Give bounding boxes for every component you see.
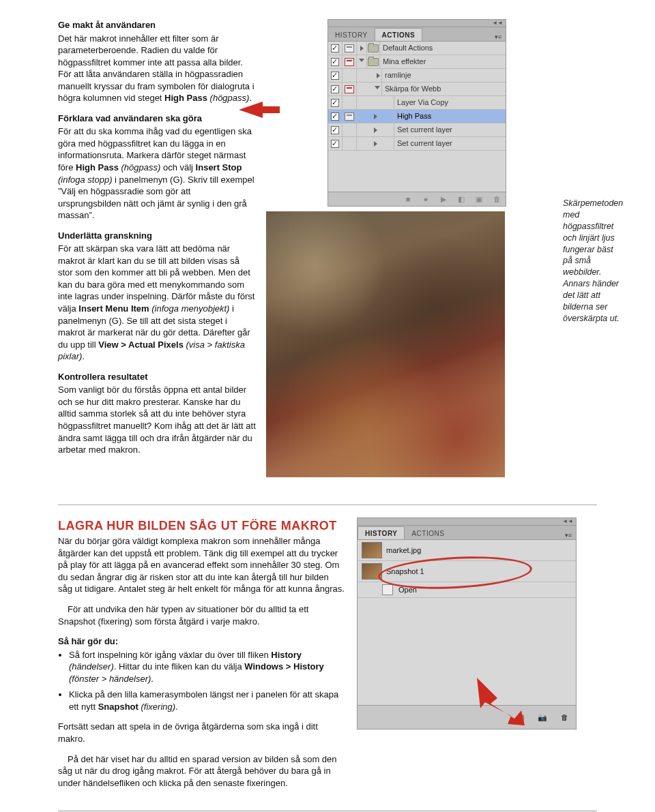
action-label: Skärpa för Webb bbox=[382, 84, 506, 94]
action-label: High Pass bbox=[394, 111, 506, 121]
disclosure-icon[interactable] bbox=[377, 73, 380, 78]
new-action-icon[interactable]: ▣ bbox=[474, 194, 484, 204]
toggle-check-icon[interactable] bbox=[331, 58, 339, 66]
heading-forklara: Förklara vad användaren ska göra bbox=[58, 112, 256, 125]
thumbnail-icon bbox=[362, 542, 382, 558]
disclosure-icon[interactable] bbox=[374, 127, 377, 133]
toggle-check-icon[interactable] bbox=[331, 140, 339, 148]
toggle-check-icon[interactable] bbox=[331, 44, 339, 52]
history-source[interactable]: market.jpg bbox=[358, 540, 576, 561]
panel-collapse-icon[interactable]: ◄◄ bbox=[328, 20, 506, 27]
heading-kontrollera: Kontrollera resultatet bbox=[58, 371, 256, 383]
disclosure-icon[interactable] bbox=[374, 141, 377, 147]
history-footer: ▣ 📷 🗑 bbox=[358, 705, 576, 729]
heading-underlatta: Underlätta granskning bbox=[58, 230, 256, 242]
panel-collapse-icon[interactable]: ◄◄ bbox=[358, 518, 576, 526]
svg-marker-1 bbox=[477, 678, 525, 725]
market-photo bbox=[266, 211, 505, 477]
snapshot-camera-icon[interactable]: 📷 bbox=[538, 712, 547, 722]
photo-caption: Skärpemetoden med högpassfiltret och lin… bbox=[563, 198, 623, 325]
state-icon bbox=[382, 584, 393, 595]
italic: (högpass) bbox=[119, 162, 160, 172]
action-step-highpass[interactable]: High Pass bbox=[328, 110, 506, 123]
panel-tabs: HISTORY ACTIONS ▾≡ bbox=[358, 526, 576, 540]
toggle-check-icon[interactable] bbox=[331, 112, 339, 121]
italic: (infoga menyobjekt) bbox=[149, 303, 230, 314]
bold: Windows > History bbox=[244, 661, 324, 672]
disclosure-icon[interactable] bbox=[374, 114, 377, 119]
bold: Insert Menu Item bbox=[78, 303, 149, 314]
section-rule bbox=[58, 505, 597, 505]
box-p2: För att undvika den här typen av situati… bbox=[58, 603, 345, 627]
italic: (fixering) bbox=[139, 702, 175, 712]
heading-ge-makt: Ge makt åt användaren bbox=[58, 19, 256, 31]
action-ramlinje[interactable]: ramlinje bbox=[328, 69, 506, 82]
italic: (händelser) bbox=[69, 661, 114, 672]
action-skarpa[interactable]: Skärpa för Webb bbox=[328, 82, 506, 96]
trash-icon[interactable]: 🗑 bbox=[559, 712, 569, 722]
disclosure-icon[interactable] bbox=[360, 46, 364, 51]
thumbnail-icon bbox=[362, 563, 382, 580]
para-underlatta: För att skärpan ska vara lätt att bedöma… bbox=[58, 243, 256, 362]
history-label: Snapshot 1 bbox=[386, 567, 424, 577]
actions-panel-footer: ■ ● ▶ ◧ ▣ 🗑 bbox=[328, 192, 506, 206]
tab-history[interactable]: HISTORY bbox=[328, 29, 375, 42]
dialog-toggle-icon[interactable] bbox=[345, 58, 354, 66]
box-list: Så fort inspelning kör igång växlar du ö… bbox=[58, 649, 345, 713]
new-set-icon[interactable]: ◧ bbox=[456, 194, 466, 204]
disclosure-icon[interactable] bbox=[359, 59, 364, 65]
box-p4: På det här viset har du alltid en sparad… bbox=[58, 753, 345, 790]
play-icon[interactable]: ▶ bbox=[439, 194, 448, 204]
dialog-toggle-icon[interactable] bbox=[345, 85, 354, 93]
actions-panel: ◄◄ HISTORY ACTIONS ▾≡ Default Actions bbox=[328, 19, 506, 207]
bold: High Pass bbox=[164, 93, 207, 103]
action-step-set2[interactable]: Set current layer bbox=[328, 137, 506, 151]
box-p1: När du börjar göra väldigt komplexa makr… bbox=[58, 535, 345, 595]
folder-icon bbox=[368, 44, 379, 52]
disclosure-icon[interactable] bbox=[375, 86, 380, 92]
para-forklara: För att du ska komma ihåg vad du egentli… bbox=[58, 125, 256, 221]
action-label: ramlinje bbox=[382, 70, 506, 80]
panel-tabs: HISTORY ACTIONS ▾≡ bbox=[328, 27, 506, 42]
bold: High Pass bbox=[76, 162, 119, 172]
folder-icon bbox=[368, 58, 379, 66]
stop-icon[interactable]: ■ bbox=[403, 194, 413, 204]
text: . Hittar du inte fliken kan du välja bbox=[114, 661, 245, 672]
dialog-toggle-icon[interactable] bbox=[345, 112, 354, 121]
text: Så fort inspelning kör igång växlar du ö… bbox=[69, 650, 271, 660]
para-kontrollera: Som vanligt bör du förstås öppna ett ant… bbox=[58, 384, 256, 455]
tab-actions[interactable]: ACTIONS bbox=[405, 527, 451, 540]
action-step-set1[interactable]: Set current layer bbox=[328, 123, 506, 137]
history-label: market.jpg bbox=[386, 545, 421, 556]
action-step-layer[interactable]: Layer Via Copy bbox=[328, 96, 506, 110]
toggle-check-icon[interactable] bbox=[331, 85, 339, 93]
para-ge-makt: Det här makrot innehåller ett filter som… bbox=[58, 33, 256, 104]
box-howto: Så här gör du: bbox=[58, 636, 118, 646]
bold: Insert Stop bbox=[196, 162, 242, 172]
dialog-toggle-icon[interactable] bbox=[345, 44, 354, 52]
action-set-mina[interactable]: Mina effekter bbox=[328, 55, 506, 69]
history-snapshot[interactable]: Snapshot 1 bbox=[358, 561, 576, 582]
list-item: Så fort inspelning kör igång växlar du ö… bbox=[69, 649, 345, 685]
toggle-check-icon[interactable] bbox=[331, 126, 339, 134]
record-icon[interactable]: ● bbox=[421, 194, 431, 204]
box-title: Lagra hur bilden såg ut före makrot bbox=[58, 517, 345, 534]
italic: (infoga stopp) bbox=[58, 175, 113, 185]
box-p3: Fortsätt sedan att spela in de övriga åt… bbox=[58, 721, 345, 745]
action-label: Set current layer bbox=[394, 138, 506, 149]
list-item: Klicka på den lilla kamerasymbolen längs… bbox=[69, 689, 345, 712]
panel-menu-icon[interactable]: ▾≡ bbox=[491, 33, 506, 41]
action-label: Layer Via Copy bbox=[394, 97, 506, 108]
action-set-default[interactable]: Default Actions bbox=[328, 42, 506, 55]
toggle-check-icon[interactable] bbox=[331, 99, 339, 107]
panel-menu-icon[interactable]: ▾≡ bbox=[561, 531, 576, 539]
toggle-check-icon[interactable] bbox=[331, 72, 339, 80]
text: och välj bbox=[160, 162, 195, 172]
tab-actions[interactable]: ACTIONS bbox=[375, 28, 423, 42]
trash-icon[interactable]: 🗑 bbox=[492, 194, 501, 204]
tab-history[interactable]: HISTORY bbox=[358, 526, 405, 540]
bold: Snapshot bbox=[98, 702, 139, 712]
history-state-open[interactable]: Open bbox=[358, 582, 576, 598]
red-arrow-annotation bbox=[477, 678, 538, 725]
svg-marker-0 bbox=[239, 102, 280, 118]
